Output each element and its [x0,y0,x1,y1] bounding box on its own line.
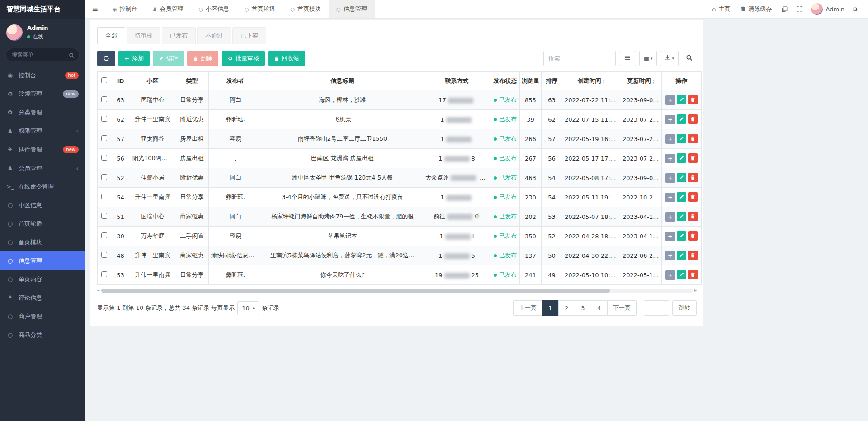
topnav-tab-首页轮播[interactable]: ○首页轮播 [237,0,283,18]
row-more-button[interactable]: + [665,251,675,260]
sidebar-item-控制台[interactable]: ◉控制台hot [0,66,85,85]
navbar-username[interactable]: Admin [826,6,847,13]
table-row[interactable]: 63国瑞中心日常分享阿白海风，椰林，沙滩17已发布855632022-07-22… [98,90,702,110]
docs-icon[interactable] [777,0,792,18]
row-checkbox[interactable] [101,135,107,141]
next-page-button[interactable]: 下一页 [607,300,637,316]
columns-button[interactable]: ▦ ▾ [639,51,657,66]
add-button[interactable]: + 添加 [118,51,150,66]
row-checkbox[interactable] [101,116,107,122]
page-size-select[interactable]: 10 ▴ [237,301,259,315]
page-button-3[interactable]: 3 [575,300,591,316]
sidebar-item-会员管理[interactable]: ♟会员管理‹ [0,159,85,177]
scroll-left-icon[interactable]: ◂ [97,288,99,293]
row-delete-button[interactable] [688,95,698,104]
topnav-tab-信息管理[interactable]: ○信息管理 [329,0,375,18]
column-header-created[interactable]: 创建时间▴▾ [562,72,620,90]
row-delete-button[interactable] [688,212,698,221]
table-row[interactable]: 56阳光100阿尔勒房屋出租.巴南区 龙洲湾 房屋出租18已发布26756202… [98,149,702,168]
row-edit-button[interactable] [677,212,686,221]
sidebar-item-小区信息[interactable]: ○小区信息 [0,196,85,214]
row-delete-button[interactable] [688,251,698,260]
row-edit-button[interactable] [677,95,686,104]
row-checkbox[interactable] [101,271,107,277]
table-search-input[interactable] [543,51,616,66]
row-delete-button[interactable] [688,192,698,202]
sidebar-item-商户管理[interactable]: ○商户管理 [0,307,85,326]
row-edit-button[interactable] [677,153,686,163]
row-checkbox[interactable] [101,232,107,238]
page-button-2[interactable]: 2 [558,300,575,316]
sidebar-item-单页内容[interactable]: ○单页内容 [0,270,85,289]
row-delete-button[interactable] [688,134,698,143]
table-row[interactable]: 54升伟一里南滨日常分享彝昕珏.3-4个月的小猫咪，免费送，只不过没有打疫苗1已… [98,188,702,207]
table-row[interactable]: 57亚太商谷房屋出租容易南坪香弥山2号二室二厅二卫15501已发布2665720… [98,129,702,149]
scrollbar-track[interactable] [101,289,693,293]
select-all-checkbox[interactable] [101,77,107,83]
table-row[interactable]: 48升伟一里南滨商家钜惠渝快同城-信息推广一里南滨5栋菜鸟驿站便利店，菠萝啤2元… [98,246,702,265]
sidebar-item-权限管理[interactable]: ♟权限管理‹ [0,122,85,140]
home-link[interactable]: ⌂ 主页 [707,0,735,18]
table-row[interactable]: 30万寿华庭二手闲置容易苹果笔记本1l已发布350522022-04-28 18… [98,227,702,246]
row-checkbox[interactable] [101,155,107,161]
row-more-button[interactable]: + [665,270,675,280]
table-row[interactable]: 62升伟一里南滨附近优惠彝昕珏.飞机票1已发布39622022-07-15 11… [98,110,702,129]
toggle-view-button[interactable] [619,51,636,66]
topnav-tab-会员管理[interactable]: ♟会员管理 [145,0,191,18]
scroll-right-icon[interactable]: ▸ [694,288,697,293]
delete-button[interactable]: 删除 [187,51,218,66]
row-checkbox[interactable] [101,174,107,180]
row-delete-button[interactable] [688,153,698,163]
edit-button[interactable]: 编辑 [153,51,184,66]
row-more-button[interactable]: + [665,232,675,241]
row-edit-button[interactable] [677,251,686,260]
table-row[interactable]: 51国瑞中心商家钜惠阿白杨家坪蚝门海鲜自助烤肉79一位，生蚝不限量，肥的很前往单… [98,207,702,227]
row-delete-button[interactable] [688,114,698,124]
search-button[interactable] [682,51,697,66]
row-delete-button[interactable] [688,270,698,279]
sidebar-item-首页轮播[interactable]: ○首页轮播 [0,214,85,233]
hamburger-icon[interactable]: ≡ [85,0,105,18]
refresh-button[interactable] [97,51,115,66]
jump-page-input[interactable] [644,300,669,316]
row-checkbox[interactable] [101,213,107,219]
prev-page-button[interactable]: 上一页 [513,300,542,316]
row-edit-button[interactable] [677,114,686,124]
sidebar-item-信息管理[interactable]: ○信息管理 [0,251,85,270]
row-more-button[interactable]: + [665,115,675,124]
filter-tab-已下架[interactable]: 已下架 [232,27,266,44]
row-delete-button[interactable] [688,231,698,241]
horizontal-scrollbar[interactable]: ◂ ▸ [97,288,697,293]
sidebar-item-常规管理[interactable]: ⚙常规管理new [0,85,85,103]
row-more-button[interactable]: + [665,173,675,183]
page-button-1[interactable]: 1 [542,300,559,316]
clear-cache-link[interactable]: 清除缓存 [736,0,777,18]
row-more-button[interactable]: + [665,134,675,144]
topnav-tab-控制台[interactable]: ◉控制台 [105,0,145,18]
navbar-avatar[interactable] [811,3,823,15]
topnav-tab-首页模块[interactable]: ○首页模块 [283,0,329,18]
column-header-updated[interactable]: 更新时间▴▾ [620,72,662,90]
user-avatar[interactable] [6,24,23,41]
filter-tab-全部[interactable]: 全部 [97,27,125,44]
export-button[interactable]: ▾ [660,51,679,66]
row-edit-button[interactable] [677,134,686,143]
row-checkbox[interactable] [101,96,107,102]
row-edit-button[interactable] [677,270,686,279]
row-more-button[interactable]: + [665,95,675,105]
sidebar-item-分类管理[interactable]: ✿分类管理 [0,103,85,122]
row-checkbox[interactable] [101,252,107,258]
filter-tab-已发布[interactable]: 已发布 [162,27,196,44]
sidebar-item-首页模块[interactable]: ○首页模块 [0,233,85,251]
row-more-button[interactable]: + [665,212,675,222]
filter-tab-待审核[interactable]: 待审核 [127,27,160,44]
table-row[interactable]: 52佳馨小居附近优惠阿白渝中区太圣甲 甲鱼汤锅 120元4-5人餐大众点评甲甲已… [98,168,702,188]
topnav-tab-小区信息[interactable]: ○小区信息 [191,0,237,18]
fullscreen-icon[interactable] [792,0,807,18]
recycle-button[interactable]: 回收站 [268,51,305,66]
row-edit-button[interactable] [677,173,686,182]
sidebar-item-在线命令管理[interactable]: >_在线命令管理 [0,177,85,196]
row-more-button[interactable]: + [665,154,675,163]
page-button-4[interactable]: 4 [591,300,608,316]
table-row[interactable]: 53升伟一里南滨日常分享彝昕珏.你今天吃了什么?1925已发布241492022… [98,265,702,285]
